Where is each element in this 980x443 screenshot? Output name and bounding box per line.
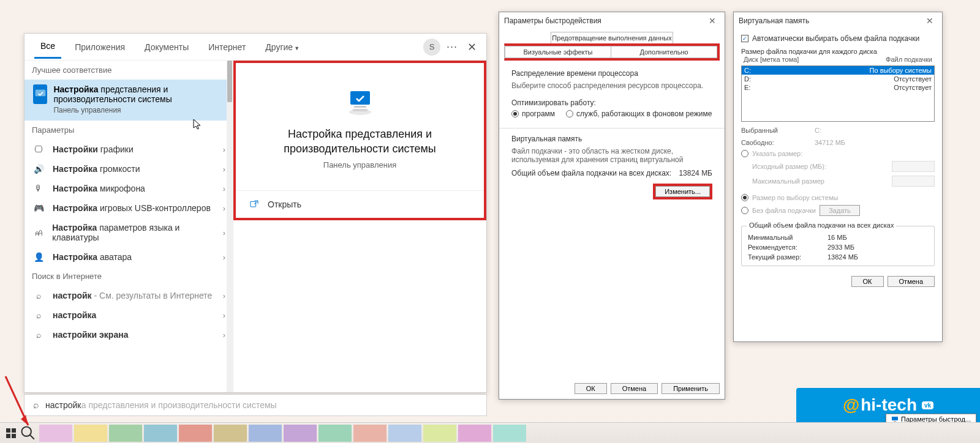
chevron-right-icon: ›	[223, 184, 225, 193]
taskbar-app[interactable]	[318, 425, 352, 442]
taskbar-app[interactable]	[388, 425, 421, 442]
col-pagefile: Файл подкачки	[886, 56, 932, 63]
scrollbar-thumb[interactable]	[227, 61, 232, 102]
web-item[interactable]: ⌕настройки экрана›	[24, 325, 233, 344]
taskbar-app[interactable]	[214, 425, 247, 442]
close-icon[interactable]: ✕	[464, 38, 480, 56]
taskbar-app[interactable]	[423, 425, 456, 442]
svg-rect-4	[353, 109, 368, 111]
min-value: 16 МБ	[827, 234, 847, 241]
volume-icon: 🔊	[32, 164, 45, 174]
dialog-title-bar[interactable]: Параметры быстродействия ✕	[499, 12, 725, 29]
cursor-icon	[193, 119, 202, 133]
preview-title: Настройка представления и производительн…	[236, 127, 484, 157]
taskbar-app[interactable]	[109, 425, 142, 442]
open-action[interactable]: Открыть	[236, 190, 484, 218]
tab-visual-effects[interactable]: Визуальные эффекты	[505, 46, 611, 58]
cpu-description: Выберите способ распределения ресурсов п…	[511, 81, 712, 90]
dialog-title-bar[interactable]: Виртуальная память ✕	[734, 12, 942, 29]
checkbox-icon: ✓	[741, 35, 748, 42]
search-icon: ⌕	[32, 310, 45, 320]
tab-all[interactable]: Все	[34, 35, 61, 59]
search-icon: ⌕	[33, 400, 39, 411]
vm-description: Файл подкачки - это область на жестком д…	[511, 147, 712, 164]
radio-icon	[741, 194, 748, 201]
best-match-subtitle: Панель управления	[53, 106, 225, 114]
tab-dep[interactable]: Предотвращение выполнения данных	[551, 32, 673, 43]
free-label: Свободно:	[741, 139, 815, 146]
tab-internet[interactable]: Интернет	[202, 36, 252, 58]
ok-button[interactable]: ОК	[575, 383, 607, 394]
drive-row[interactable]: D:Отсутствует	[742, 75, 934, 83]
taskbar-app[interactable]	[179, 425, 212, 442]
taskbar-app[interactable]	[284, 425, 317, 442]
close-icon[interactable]: ✕	[705, 15, 720, 26]
taskbar-app[interactable]	[353, 425, 386, 442]
taskbar-app[interactable]	[493, 425, 526, 442]
taskbar-app[interactable]	[74, 425, 107, 442]
cancel-button[interactable]: Отмена	[611, 383, 658, 394]
chevron-right-icon: ›	[223, 330, 225, 340]
vm-total-value: 13824 МБ	[679, 169, 712, 177]
free-value: 34712 МБ	[815, 139, 845, 146]
avatar-icon: 👤	[32, 252, 45, 262]
tab-apps[interactable]: Приложения	[69, 36, 131, 58]
cancel-button[interactable]: Отмена	[888, 276, 935, 287]
tab-more[interactable]: Другие▼	[259, 36, 306, 58]
auto-manage-checkbox[interactable]: ✓ Автоматически выбирать объем файла под…	[741, 34, 935, 43]
annotation-arrow	[2, 373, 33, 437]
radio-services[interactable]: служб, работающих в фоновом режиме	[566, 110, 712, 118]
monitor-check-icon	[33, 84, 47, 104]
tab-advanced[interactable]: Дополнительно	[611, 46, 717, 58]
section-web: Поиск в Интернете	[24, 267, 233, 286]
controller-icon: 🎮	[32, 203, 45, 213]
taskbar	[0, 422, 980, 443]
cur-value: 13824 МБ	[827, 253, 858, 261]
section-params: Параметры	[24, 121, 233, 140]
taskbar-app[interactable]	[458, 425, 491, 442]
chevron-right-icon: ›	[223, 311, 225, 320]
radio-custom-size: Указать размер:	[741, 150, 935, 157]
param-item-language[interactable]: 🗚Настройка параметров языка и клавиатуры…	[24, 218, 233, 247]
section-best-match: Лучшее соответствие	[24, 61, 233, 80]
drive-list[interactable]: C:По выбору системы D:Отсутствует E:Отсу…	[741, 65, 935, 122]
scrollbar[interactable]	[227, 61, 233, 392]
param-item-avatar[interactable]: 👤Настройка аватара›	[24, 247, 233, 267]
taskbar-app[interactable]	[249, 425, 282, 442]
change-button[interactable]: Изменить...	[655, 186, 710, 197]
web-item[interactable]: ⌕настройк - См. результаты в Интернете›	[24, 286, 233, 305]
vm-total-label: Общий объем файла подкачки на всех диска…	[511, 169, 671, 177]
radio-programs[interactable]: программ	[511, 110, 555, 118]
chevron-right-icon: ›	[223, 291, 225, 300]
drive-row[interactable]: C:По выбору системы	[742, 66, 934, 75]
language-icon: 🗚	[32, 228, 45, 237]
total-pagefile-group: Общий объем файла подкачки на всех диска…	[741, 226, 935, 266]
user-avatar[interactable]: S	[423, 39, 440, 56]
taskbar-app[interactable]	[39, 425, 72, 442]
open-label: Открыть	[268, 199, 301, 209]
search-input[interactable]: ⌕ настройка представления и производител…	[24, 394, 487, 416]
radio-no-pagefile: Без файла подкачкиЗадать	[741, 205, 935, 216]
param-item-usb[interactable]: 🎮Настройка игровых USB-контроллеров›	[24, 198, 233, 218]
ok-button[interactable]: ОК	[851, 276, 884, 287]
selected-label: Выбранный	[741, 127, 815, 134]
param-item-mic[interactable]: 🎙Настройка микрофона›	[24, 179, 233, 198]
param-item-volume[interactable]: 🔊Настройка громкости›	[24, 159, 233, 179]
svg-marker-15	[21, 415, 28, 425]
cur-label: Текущий размер:	[748, 253, 827, 261]
best-match-item[interactable]: Настройка представления и производительн…	[24, 80, 233, 121]
performance-options-dialog: Параметры быстродействия ✕ Предотвращени…	[499, 12, 725, 400]
apply-button[interactable]: Применить	[662, 383, 720, 394]
cpu-heading: Распределение времени процессора	[511, 69, 712, 78]
taskbar-app[interactable]	[144, 425, 177, 442]
tab-documents[interactable]: Документы	[138, 36, 195, 58]
web-item[interactable]: ⌕настройка›	[24, 305, 233, 325]
close-icon[interactable]: ✕	[922, 15, 937, 26]
param-item-graphics[interactable]: 🖵Настройки графики›	[24, 140, 233, 159]
drive-row[interactable]: E:Отсутствует	[742, 83, 934, 92]
group-title: Общий объем файла подкачки на всех диска…	[747, 222, 896, 229]
monitor-icon: 🖵	[32, 144, 45, 154]
dialog-title: Параметры быстродействия	[504, 17, 601, 25]
best-match-title-bold: Настройка	[53, 84, 98, 94]
more-icon[interactable]: ···	[447, 40, 458, 53]
